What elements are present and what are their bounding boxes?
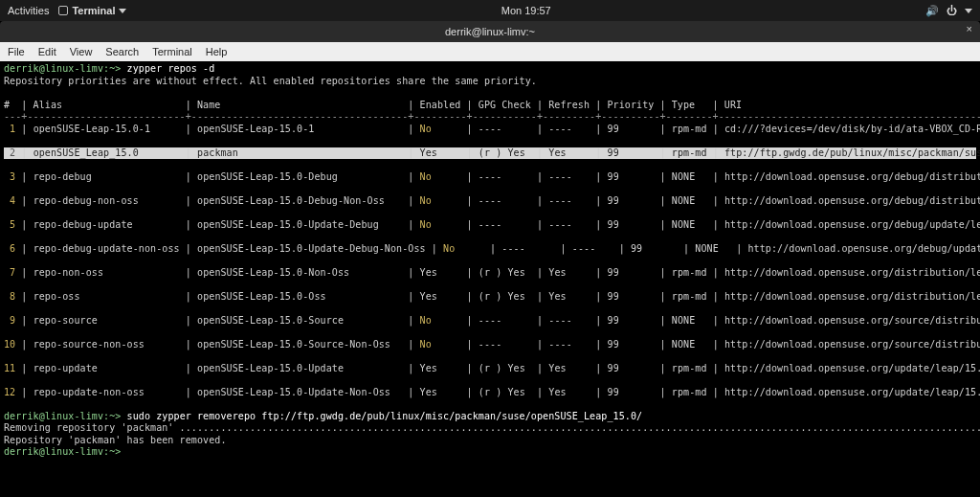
svg-marker-1: [965, 9, 972, 13]
clock[interactable]: Mon 19:57: [126, 5, 925, 16]
activities-button[interactable]: Activities: [8, 5, 49, 16]
volume-icon[interactable]: 🔊: [925, 5, 939, 17]
menu-view[interactable]: View: [70, 46, 93, 57]
close-button[interactable]: ×: [967, 23, 972, 34]
window-title: derrik@linux-limv:~: [445, 26, 535, 37]
gnome-top-bar: Activities Terminal Mon 19:57 🔊 ⏻: [0, 0, 980, 21]
terminal-output[interactable]: derrik@linux-limv:~> zypper repos -d Rep…: [0, 61, 980, 461]
menu-bar: File Edit View Search Terminal Help: [0, 42, 980, 61]
menu-terminal[interactable]: Terminal: [152, 46, 192, 57]
menu-help[interactable]: Help: [206, 46, 228, 57]
svg-marker-0: [119, 9, 126, 13]
menu-search[interactable]: Search: [105, 46, 139, 57]
terminal-icon: [58, 6, 68, 15]
window-title-bar: derrik@linux-limv:~ ×: [0, 21, 980, 42]
system-menu-chevron-icon[interactable]: [965, 7, 972, 14]
menu-file[interactable]: File: [8, 46, 25, 57]
chevron-down-icon: [119, 7, 126, 14]
power-icon[interactable]: ⏻: [947, 5, 957, 16]
menu-edit[interactable]: Edit: [38, 46, 56, 57]
app-menu-label: Terminal: [72, 5, 115, 16]
app-menu[interactable]: Terminal: [58, 5, 126, 16]
